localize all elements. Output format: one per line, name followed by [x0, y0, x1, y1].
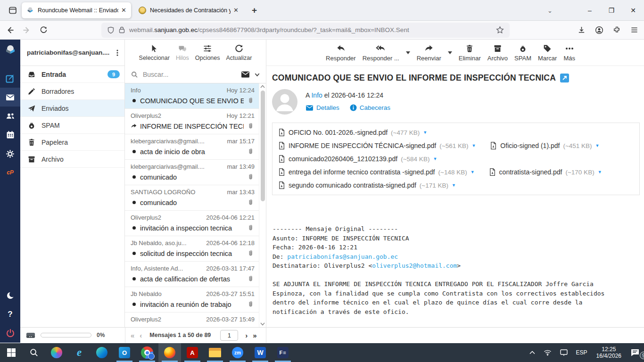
tab-roundcube[interactable]: Roundcube Webmail :: Enviados ✕	[22, 2, 131, 18]
screen-share-icon[interactable]	[556, 349, 572, 356]
attachment-name[interactable]: segundo comunicado contratista-signed.pd…	[289, 181, 416, 189]
attachment-name[interactable]: OFICIO No. 001-2026.-signed.pdf	[289, 129, 388, 136]
taskbar-chrome-icon[interactable]	[136, 343, 158, 362]
taskbar-start-icon[interactable]	[0, 343, 23, 362]
help-icon[interactable]: ?	[0, 305, 20, 324]
email-link[interactable]: oliverplus2@hotmail.com	[372, 262, 457, 269]
spam-button[interactable]: SPAM	[514, 44, 531, 62]
attachment-name[interactable]: Oficio-signed (1).pdf	[500, 142, 560, 149]
dark-mode-moon-icon[interactable]	[0, 286, 20, 305]
taskbar-ie-icon[interactable]: e	[68, 343, 91, 362]
forward-dropdown-caret[interactable]	[448, 44, 452, 54]
message-list-item[interactable]: Jb Nebaldo, aso.ju... 2026-04-06 12:18 s…	[125, 236, 266, 262]
attachment-item[interactable]: INFORME DE INSPECCIÓN TÉCNICA-signed.pdf…	[278, 139, 476, 152]
scrollbar-thumb[interactable]	[261, 90, 265, 201]
mail-nav-button[interactable]	[0, 88, 20, 107]
page-number-input[interactable]: 1	[220, 330, 238, 341]
tab-close-icon[interactable]: ✕	[121, 7, 126, 14]
prev-page-button[interactable]: ‹	[140, 331, 142, 339]
restore-button[interactable]: ❐	[601, 0, 622, 21]
forward-button[interactable]: Reenviar	[417, 44, 441, 62]
taskbar-fs-icon[interactable]: F≡	[272, 343, 294, 362]
attachment-item[interactable]: entrega del informe tecnico contratista …	[278, 165, 475, 179]
tab-necesidades[interactable]: Necesidades de Contratación y ✕	[134, 2, 243, 18]
message-list-item[interactable]: klebergarciarivas@gmail.... mar 15:17 ac…	[125, 134, 266, 160]
refresh-button[interactable]: Actualizar	[226, 44, 252, 61]
delete-button[interactable]: Eliminar	[459, 44, 481, 62]
wifi-icon[interactable]	[539, 349, 556, 356]
first-page-button[interactable]: «	[131, 331, 134, 339]
cpanel-icon[interactable]: cP	[0, 163, 20, 182]
attachment-dropdown-caret[interactable]: ▼	[471, 170, 475, 174]
shield-icon[interactable]	[107, 26, 115, 34]
close-button[interactable]: ✕	[622, 0, 644, 21]
url-bar[interactable]: webmail.sanjuan.gob.ec/cpsess8468677908/…	[101, 23, 510, 38]
tab-close-icon[interactable]: ✕	[233, 7, 239, 14]
reply-all-dropdown-caret[interactable]	[406, 44, 410, 54]
attachment-name[interactable]: entrega del informe tecnico contratista …	[289, 168, 435, 176]
select-button[interactable]: Seleccionar	[139, 44, 170, 61]
more-button[interactable]: Más	[563, 44, 575, 62]
attachment-item[interactable]: segundo comunicado contratista-signed.pd…	[278, 179, 456, 192]
message-list-item[interactable]: Info Hoy 12:24 COMUNICADO QUE SE ENVIO E…	[125, 83, 266, 109]
reload-icon[interactable]	[40, 26, 48, 34]
attachment-name[interactable]: INFORME DE INSPECCIÓN TÉCNICA-signed.pdf	[289, 142, 436, 149]
taskbar-acrobat-icon[interactable]: A	[181, 343, 204, 362]
attachment-dropdown-caret[interactable]: ▼	[433, 156, 437, 161]
taskbar-explorer-icon[interactable]	[204, 343, 226, 362]
language-indicator[interactable]: ESP	[572, 349, 592, 356]
last-page-button[interactable]: »	[253, 331, 256, 339]
folder-item-papelera[interactable]: Papelera	[20, 134, 124, 151]
details-toggle[interactable]: Detalles	[305, 104, 339, 111]
forward-icon[interactable]	[23, 26, 31, 34]
attachment-dropdown-caret[interactable]: ▼	[452, 183, 456, 188]
mark-button[interactable]: Marcar	[538, 44, 557, 62]
scroll-up-icon[interactable]	[260, 85, 265, 88]
message-list-item[interactable]: Oliverplus2 Hoy 12:21 INFORME DE INSPECC…	[125, 109, 266, 134]
attachment-item[interactable]: OFICIO No. 001-2026.-signed.pdf (~477 KB…	[278, 126, 427, 139]
taskbar-search-icon[interactable]	[23, 343, 45, 362]
search-placeholder[interactable]: Buscar...	[143, 71, 237, 78]
logout-power-icon[interactable]	[0, 324, 20, 343]
reply-all-button[interactable]: Responder ...	[363, 44, 399, 62]
threads-button[interactable]: Hilos	[176, 44, 189, 61]
attachment-name[interactable]: contratista-signed.pdf	[499, 168, 562, 176]
options-button[interactable]: Opciones	[195, 44, 220, 61]
minimize-button[interactable]: –	[579, 0, 601, 21]
reply-button[interactable]: Responder	[326, 44, 356, 62]
firefox-view-icon[interactable]	[6, 3, 20, 17]
attachment-dropdown-caret[interactable]: ▼	[471, 143, 476, 148]
taskbar-clock[interactable]: 12:25 16/4/2026	[592, 346, 626, 359]
download-icon[interactable]	[578, 26, 586, 34]
new-tab-button[interactable]: +	[252, 5, 257, 16]
message-list-item[interactable]: klebergarciarivas@gmail.... mar 13:49 co…	[125, 160, 266, 185]
folder-item-borradores[interactable]: Borradores	[20, 83, 124, 100]
lock-icon[interactable]	[119, 26, 125, 33]
message-list-item[interactable]: SANTIAGO LOGROÑO mar 13:43 comunicado	[125, 185, 266, 211]
tray-chevron-up-icon[interactable]	[525, 351, 539, 354]
compose-button[interactable]	[0, 69, 20, 88]
attachment-dropdown-caret[interactable]: ▼	[595, 143, 600, 148]
list-scrollbar[interactable]	[259, 83, 266, 327]
attachment-dropdown-caret[interactable]: ▼	[423, 130, 427, 135]
calendar-nav-button[interactable]	[0, 125, 20, 144]
next-page-button[interactable]: ›	[245, 331, 248, 339]
account-kebab-menu-icon[interactable]	[114, 49, 121, 57]
folder-item-enviados[interactable]: Enviados	[20, 100, 124, 117]
url-text[interactable]: webmail.sanjuan.gob.ec/cpsess8468677908/…	[129, 26, 492, 33]
attachment-dropdown-caret[interactable]: ▼	[598, 170, 602, 174]
taskbar-word-icon[interactable]: W	[249, 343, 272, 362]
back-icon[interactable]	[6, 26, 14, 34]
attachment-item[interactable]: contratista-signed.pdf (~170 KB) ▼	[489, 165, 602, 179]
folder-item-spam[interactable]: SPAM	[20, 117, 124, 134]
menu-hamburger-icon[interactable]	[630, 26, 638, 34]
message-list-item[interactable]: Jb Nebaldo 2026-03-27 15:51 invitación a…	[125, 287, 266, 313]
message-list-item[interactable]: Info, Asistente Ad... 2026-03-31 17:47 a…	[125, 262, 266, 287]
attachment-item[interactable]: comunicado20260406_12102139.pdf (~584 KB…	[278, 152, 437, 165]
message-list-item[interactable]: Oliverplus2 2026-03-27 15:49	[125, 313, 266, 327]
taskbar-zoom-icon[interactable]: zm	[226, 343, 249, 362]
taskbar-copilot-icon[interactable]	[45, 343, 68, 362]
message-list-item[interactable]: Oliverplus2 2026-04-06 12:21 invitación …	[125, 211, 266, 236]
notifications-icon[interactable]: 9	[626, 348, 644, 357]
folder-item-archivo[interactable]: Archivo	[20, 151, 124, 168]
